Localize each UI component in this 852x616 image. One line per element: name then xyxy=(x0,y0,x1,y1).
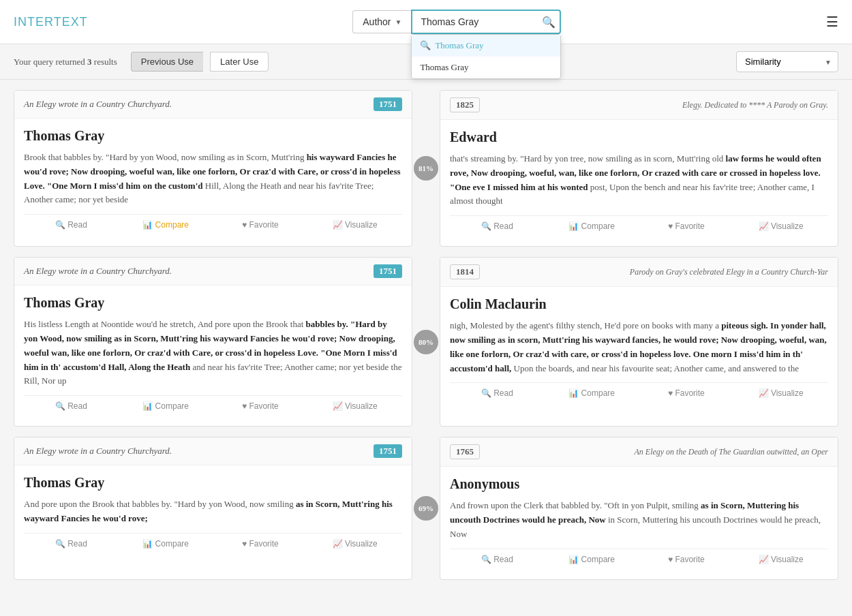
result-card-right-1: 1825 Elegy. Dedicated to **** A Parody o… xyxy=(440,90,838,247)
previous-use-button[interactable]: Previous Use xyxy=(131,52,203,72)
card-header-right-1: 1825 Elegy. Dedicated to **** A Parody o… xyxy=(440,91,838,120)
card-header-right-3: 1765 An Elegy on the Death of The Guardi… xyxy=(440,437,838,467)
compare-button-right-1[interactable]: 📊 Compare xyxy=(545,216,639,236)
favorite-button-left-2[interactable]: ♥ Favorite xyxy=(213,396,308,416)
card-header-right-3-left: 1765 xyxy=(450,444,480,459)
query-suffix: results xyxy=(92,57,117,67)
result-card-right-2: 1814 Parody on Gray's celebrated Elegy i… xyxy=(440,257,838,427)
card-text-right-2: nigh, Molested by the agent's filthy ste… xyxy=(450,319,828,375)
result-card-right-3: 1765 An Elegy on the Death of The Guardi… xyxy=(440,437,838,579)
result-card-left-3: An Elegy wrote in a Country Churchyard. … xyxy=(14,437,412,579)
result-card-left-1: An Elegy wrote in a Country Churchyard. … xyxy=(14,90,412,247)
favorite-button-left-3[interactable]: ♥ Favorite xyxy=(213,534,308,554)
card-title-left-2: An Elegy wrote in a Country Churchyard. xyxy=(24,266,172,277)
compare-button-right-3[interactable]: 📊 Compare xyxy=(545,549,639,570)
card-title-left-3: An Elegy wrote in a Country Churchyard. xyxy=(24,446,172,457)
read-button-left-3[interactable]: 🔍 Read xyxy=(24,534,119,554)
similarity-percent-3: 69% xyxy=(414,496,438,521)
read-button-left-2[interactable]: 🔍 Read xyxy=(24,396,119,416)
favorite-button-left-1[interactable]: ♥ Favorite xyxy=(213,215,308,235)
read-button-left-1[interactable]: 🔍 Read xyxy=(24,215,119,235)
read-button-right-2[interactable]: 🔍 Read xyxy=(450,383,545,403)
author-label: Author xyxy=(363,16,391,27)
read-button-right-3[interactable]: 🔍 Read xyxy=(450,549,545,570)
search-wrapper: 🔍 🔍 Thomas Gray Thomas Gray xyxy=(411,10,561,34)
visualize-button-right-1[interactable]: 📈 Visualize xyxy=(733,216,828,236)
card-subtitle-right-3: An Elegy on the Death of The Guardian ou… xyxy=(634,447,828,457)
card-text-left-3: And pore upon the Brook that babbles by.… xyxy=(24,497,402,526)
card-text-left-1: Brook that babbles by. "Hard by yon Wood… xyxy=(24,151,402,207)
card-author-right-3: Anonymous xyxy=(450,476,828,492)
header: INTERTEXT Author ▼ 🔍 🔍 Thomas Gray Thoma… xyxy=(0,0,852,44)
similarity-percent-1: 81% xyxy=(414,156,438,181)
similarity-badge-3: 69% xyxy=(412,496,440,521)
card-subtitle-right-2: Parody on Gray's celebrated Elegy in a C… xyxy=(630,267,828,277)
result-card-left-2: An Elegy wrote in a Country Churchyard. … xyxy=(14,257,412,427)
search-dropdown: 🔍 Thomas Gray Thomas Gray xyxy=(411,34,561,79)
compare-button-left-1[interactable]: 📊 Compare xyxy=(119,215,213,235)
similarity-select[interactable]: Similarity Alphabetical Date xyxy=(736,51,838,72)
search-button[interactable]: 🔍 xyxy=(542,16,556,29)
card-author-left-3: Thomas Gray xyxy=(24,475,402,491)
compare-button-left-2[interactable]: 📊 Compare xyxy=(119,396,213,416)
query-info: Your query returned 3 results xyxy=(14,57,117,67)
card-body-left-1: Thomas Gray Brook that babbles by. "Hard… xyxy=(14,119,412,245)
visualize-button-right-3[interactable]: 📈 Visualize xyxy=(733,549,828,570)
card-year-left-3: 1751 xyxy=(374,444,402,458)
search-input[interactable] xyxy=(411,10,561,34)
card-text-left-2: His listless Length at Noontide wou'd he… xyxy=(24,318,402,388)
card-footer-left-2: 🔍 Read 📊 Compare ♥ Favorite 📈 Visualize xyxy=(24,395,402,416)
dropdown-item-search[interactable]: 🔍 Thomas Gray xyxy=(412,35,560,57)
card-body-right-3: Anonymous And frown upon the Clerk that … xyxy=(440,467,838,579)
card-title-left-1: An Elegy wrote in a Country Churchyard. xyxy=(24,99,172,110)
card-footer-right-3: 🔍 Read 📊 Compare ♥ Favorite 📈 Visualize xyxy=(450,549,828,570)
later-use-button[interactable]: Later Use xyxy=(210,52,269,72)
card-body-right-2: Colin Maclaurin nigh, Molested by the ag… xyxy=(440,287,838,413)
card-text-right-3: And frown upon the Clerk that babbled by… xyxy=(450,499,828,541)
similarity-badge-2: 80% xyxy=(412,330,440,354)
hamburger-menu-button[interactable]: ☰ xyxy=(826,14,838,30)
logo: INTERTEXT xyxy=(14,15,88,29)
compare-button-left-3[interactable]: 📊 Compare xyxy=(119,534,213,554)
favorite-button-right-1[interactable]: ♥ Favorite xyxy=(639,216,734,236)
results-grid: An Elegy wrote in a Country Churchyard. … xyxy=(0,80,852,590)
card-header-left-3: An Elegy wrote in a Country Churchyard. … xyxy=(14,437,412,465)
card-header-left-2: An Elegy wrote in a Country Churchyard. … xyxy=(14,258,412,286)
dropdown-item-author-label: Thomas Gray xyxy=(420,62,468,73)
dropdown-item-search-label: Thomas Gray xyxy=(435,40,483,51)
similarity-badge-1: 81% xyxy=(412,156,440,181)
favorite-button-right-3[interactable]: ♥ Favorite xyxy=(639,549,734,570)
card-author-right-2: Colin Maclaurin xyxy=(450,296,828,312)
card-year-left-1: 1751 xyxy=(374,97,402,111)
card-year-right-1: 1825 xyxy=(450,97,480,112)
query-prefix: Your query returned xyxy=(14,57,87,67)
visualize-button-left-2[interactable]: 📈 Visualize xyxy=(307,396,402,416)
search-area: Author ▼ 🔍 🔍 Thomas Gray Thomas Gray xyxy=(88,10,826,34)
visualize-button-right-2[interactable]: 📈 Visualize xyxy=(733,383,828,403)
card-year-left-2: 1751 xyxy=(374,264,402,278)
card-footer-left-1: 🔍 Read 📊 Compare ♥ Favorite 📈 Visualize xyxy=(24,214,402,235)
card-subtitle-right-1: Elegy. Dedicated to **** A Parody on Gra… xyxy=(682,100,828,110)
card-footer-right-2: 🔍 Read 📊 Compare ♥ Favorite 📈 Visualize xyxy=(450,382,828,403)
favorite-button-right-2[interactable]: ♥ Favorite xyxy=(639,383,734,403)
search-icon-sm: 🔍 xyxy=(420,40,431,51)
similarity-percent-2: 80% xyxy=(414,330,438,354)
author-filter-button[interactable]: Author ▼ xyxy=(352,10,411,33)
card-author-left-2: Thomas Gray xyxy=(24,295,402,311)
card-header-right-1-left: 1825 xyxy=(450,97,480,112)
card-body-left-3: Thomas Gray And pore upon the Brook that… xyxy=(14,465,412,564)
card-footer-left-3: 🔍 Read 📊 Compare ♥ Favorite 📈 Visualize xyxy=(24,533,402,554)
card-footer-right-1: 🔍 Read 📊 Compare ♥ Favorite 📈 Visualize xyxy=(450,215,828,236)
card-header-right-2: 1814 Parody on Gray's celebrated Elegy i… xyxy=(440,258,838,287)
read-button-right-1[interactable]: 🔍 Read xyxy=(450,216,545,236)
card-year-right-3: 1765 xyxy=(450,444,480,459)
similarity-filter-wrapper: Similarity Alphabetical Date xyxy=(736,51,838,72)
card-text-right-1: that's streaming by. "Hard by yon tree, … xyxy=(450,152,828,209)
visualize-button-left-1[interactable]: 📈 Visualize xyxy=(307,215,402,235)
chevron-down-icon: ▼ xyxy=(395,18,402,26)
compare-button-right-2[interactable]: 📊 Compare xyxy=(545,383,639,403)
visualize-button-left-3[interactable]: 📈 Visualize xyxy=(307,534,402,554)
card-body-left-2: Thomas Gray His listless Length at Noont… xyxy=(14,286,412,426)
card-year-right-2: 1814 xyxy=(450,264,480,279)
dropdown-item-author[interactable]: Thomas Gray xyxy=(412,57,560,78)
